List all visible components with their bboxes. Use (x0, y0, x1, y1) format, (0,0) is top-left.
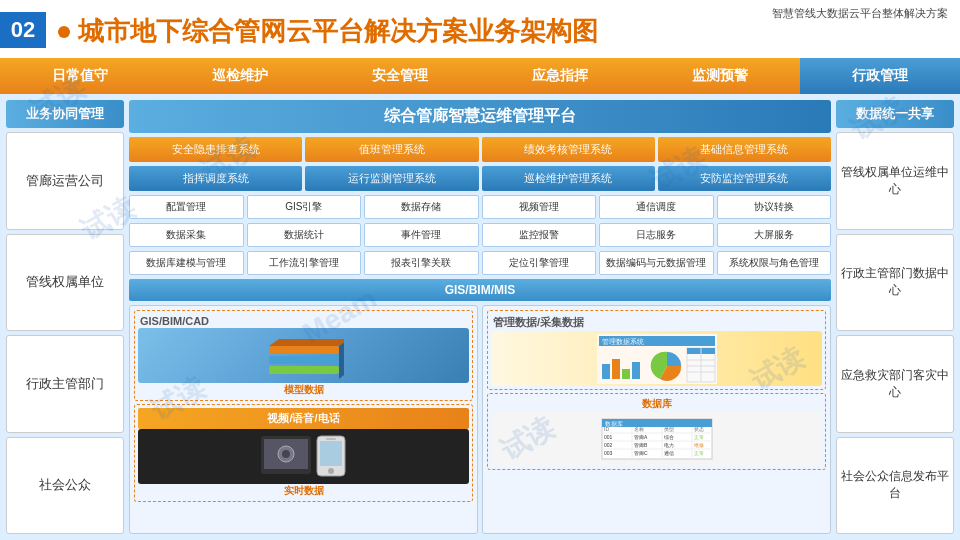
main-content: 业务协同管理 管廊运营公司 管线权属单位 行政主管部门 社会公众 综合管廊智慧运… (0, 94, 960, 540)
mid-2-2: 数据统计 (247, 223, 362, 247)
svg-marker-3 (269, 339, 344, 346)
db-image: 数据库 ID 名称 类型 状态 001 管廊A (491, 411, 822, 466)
manage-data-label: 管理数据/采集数据 (491, 314, 822, 331)
svg-rect-10 (320, 441, 342, 466)
mid-2-4: 监控报警 (482, 223, 597, 247)
svg-text:通信: 通信 (664, 450, 674, 456)
svg-text:ID: ID (604, 426, 609, 432)
mid-2-3: 事件管理 (364, 223, 479, 247)
svg-text:001: 001 (604, 434, 613, 440)
right-panel: 数据统一共享 管线权属单位运维中心 行政主管部门数据中心 应急救灾部门客灾中心 … (836, 100, 954, 534)
nav-item-2[interactable]: 巡检维护 (160, 58, 320, 94)
right-item-3: 应急救灾部门客灾中心 (836, 335, 954, 433)
mid-grid-1: 配置管理 GIS引擎 数据存储 视频管理 通信调度 协议转换 (129, 195, 831, 219)
top-right-title: 智慧管线大数据云平台整体解决方案 (772, 6, 948, 21)
top-orange-4: 基础信息管理系统 (658, 137, 831, 162)
mid-3-2: 工作流引擎管理 (247, 251, 362, 275)
right-panel-title: 数据统一共享 (836, 100, 954, 128)
mid-3-6: 系统权限与角色管理 (717, 251, 832, 275)
mid-1-6: 协议转换 (717, 195, 832, 219)
svg-text:管廊C: 管廊C (634, 450, 648, 456)
model-data-label: 模型数据 (138, 383, 469, 397)
svg-text:管廊B: 管廊B (634, 442, 648, 448)
left-item-3: 行政主管部门 (6, 335, 124, 433)
mid-3-4: 定位引擎管理 (482, 251, 597, 275)
mid-grid-2: 数据采集 数据统计 事件管理 监控报警 日志服务 大屏服务 (129, 223, 831, 247)
svg-point-11 (328, 468, 334, 474)
mid-3-5: 数据编码与元数据管理 (599, 251, 714, 275)
svg-text:电力: 电力 (664, 442, 674, 448)
video-image (138, 429, 469, 484)
db-label: 数据库 (491, 397, 822, 411)
svg-text:002: 002 (604, 442, 613, 448)
svg-rect-17 (612, 359, 620, 379)
gis-bim-cad-section: GIS/BIM/CAD 模型数据 (134, 310, 473, 401)
svg-rect-18 (622, 369, 630, 379)
left-item-2: 管线权属单位 (6, 234, 124, 332)
nav-item-4[interactable]: 应急指挥 (480, 58, 640, 94)
top-blue-2: 运行监测管理系统 (305, 166, 478, 191)
svg-text:状态: 状态 (693, 426, 704, 432)
top-orange-1: 安全隐患排查系统 (129, 137, 302, 162)
center-bottom: GIS/BIM/CAD 模型数据 (129, 305, 831, 534)
manage-data-section: 管理数据/采集数据 管理数据系统 (487, 310, 826, 390)
svg-rect-12 (326, 438, 336, 440)
svg-text:管理数据系统: 管理数据系统 (602, 338, 644, 345)
database-section: 数据库 数据库 (487, 393, 826, 470)
left-item-4: 社会公众 (6, 437, 124, 535)
mid-1-2: GIS引擎 (247, 195, 362, 219)
left-panel-title: 业务协同管理 (6, 100, 124, 128)
svg-rect-16 (602, 364, 610, 379)
nav-item-3[interactable]: 安全管理 (320, 58, 480, 94)
slide-number: 02 (0, 12, 46, 48)
right-item-2: 行政主管部门数据中心 (836, 234, 954, 332)
mid-1-1: 配置管理 (129, 195, 244, 219)
mid-3-3: 报表引擎关联 (364, 251, 479, 275)
gis-bim-cad-label: GIS/BIM/CAD (138, 314, 469, 328)
bottom-left-section: GIS/BIM/CAD 模型数据 (129, 305, 478, 534)
nav-item-6[interactable]: 行政管理 (800, 58, 960, 94)
video-label: 视频/语音/电话 (138, 408, 469, 429)
left-item-1: 管廊运营公司 (6, 132, 124, 230)
right-item-1: 管线权属单位运维中心 (836, 132, 954, 230)
manage-data-image: 管理数据系统 (491, 331, 822, 386)
mid-1-3: 数据存储 (364, 195, 479, 219)
mid-1-4: 视频管理 (482, 195, 597, 219)
mid-2-6: 大屏服务 (717, 223, 832, 247)
realtime-label: 实时数据 (138, 484, 469, 498)
bottom-right-section: 管理数据/采集数据 管理数据系统 (482, 305, 831, 534)
svg-point-8 (282, 450, 290, 458)
top-blue-1: 指挥调度系统 (129, 166, 302, 191)
svg-rect-2 (269, 366, 339, 374)
top-orange-grid: 安全隐患排查系统 值班管理系统 绩效考核管理系统 基础信息管理系统 (129, 137, 831, 162)
svg-text:维修: 维修 (694, 442, 704, 448)
top-blue-4: 安防监控管理系统 (658, 166, 831, 191)
svg-text:类型: 类型 (664, 426, 674, 432)
left-panel: 业务协同管理 管廊运营公司 管线权属单位 行政主管部门 社会公众 (6, 100, 124, 534)
mid-3-1: 数据库建模与管理 (129, 251, 244, 275)
svg-text:003: 003 (604, 450, 613, 456)
center-panel: 综合管廊智慧运维管理平台 安全隐患排查系统 值班管理系统 绩效考核管理系统 基础… (129, 100, 831, 534)
model-image (138, 328, 469, 383)
svg-text:综合: 综合 (664, 434, 674, 440)
gis-bim-mis-label: GIS/BIM/MIS (129, 279, 831, 301)
top-navigation: 日常值守 巡检维护 安全管理 应急指挥 监测预警 行政管理 (0, 58, 960, 94)
top-blue-grid: 指挥调度系统 运行监测管理系统 巡检维护管理系统 安防监控管理系统 (129, 166, 831, 191)
svg-text:名称: 名称 (634, 426, 644, 432)
svg-text:管廊A: 管廊A (634, 434, 648, 440)
mid-1-5: 通信调度 (599, 195, 714, 219)
title-dot (58, 26, 70, 38)
video-section: 视频/语音/电话 (134, 404, 473, 502)
center-title: 综合管廊智慧运维管理平台 (129, 100, 831, 133)
mid-grid-3: 数据库建模与管理 工作流引擎管理 报表引擎关联 定位引擎管理 数据编码与元数据管… (129, 251, 831, 275)
svg-rect-19 (632, 362, 640, 379)
nav-item-1[interactable]: 日常值守 (0, 58, 160, 94)
top-orange-3: 绩效考核管理系统 (482, 137, 655, 162)
nav-item-5[interactable]: 监测预警 (640, 58, 800, 94)
mid-2-1: 数据采集 (129, 223, 244, 247)
top-blue-3: 巡检维护管理系统 (482, 166, 655, 191)
svg-text:正常: 正常 (694, 434, 704, 440)
right-item-4: 社会公众信息发布平台 (836, 437, 954, 535)
main-title: 城市地下综合管网云平台解决方案业务架构图 (58, 14, 598, 49)
mid-2-5: 日志服务 (599, 223, 714, 247)
